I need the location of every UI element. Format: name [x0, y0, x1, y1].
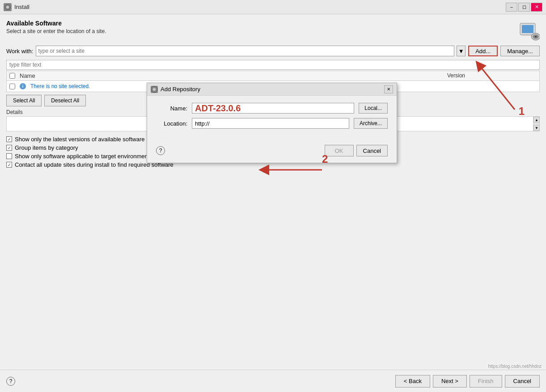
dialog-name-input[interactable] [192, 103, 354, 114]
dialog-cancel-button[interactable]: Cancel [356, 145, 388, 156]
dialog-location-label: Location: [156, 120, 187, 127]
header-section: Available Software Select a site or ente… [6, 20, 540, 41]
option-contact-update-sites-checkbox[interactable] [6, 162, 12, 168]
scroll-down-button[interactable]: ▼ [533, 125, 540, 131]
watermark: https://blog.csdn.net/hhdnz [488, 364, 542, 369]
dialog-local-button[interactable]: Local... [359, 103, 388, 114]
col-name-label: Name [20, 72, 35, 79]
info-icon: i [20, 83, 26, 89]
app-icon [4, 3, 12, 11]
finish-button[interactable]: Finish [470, 375, 502, 388]
add-button[interactable]: Add... [468, 46, 498, 56]
combo-arrow-button[interactable]: ▼ [457, 46, 466, 56]
dialog-archive-button[interactable]: Archive... [354, 118, 388, 129]
work-with-row: Work with: ▼ Add... Manage... [6, 46, 540, 56]
dialog-body: Name: Local... Location: Archive... [147, 96, 397, 140]
dialog-name-field: Name: Local... [156, 103, 388, 114]
table-header: Name Version [7, 71, 539, 81]
dialog-title-left: Add Repository [151, 86, 200, 93]
dialog-location-input[interactable] [192, 118, 349, 129]
help-icon[interactable]: ? [6, 377, 15, 386]
header-checkbox[interactable] [9, 73, 15, 79]
next-button[interactable]: Next > [433, 375, 467, 388]
dialog-help-button[interactable]: ? [156, 146, 165, 155]
filter-input[interactable] [6, 60, 540, 70]
dialog-title-text: Add Repository [161, 86, 200, 93]
col-version-label: Version [447, 72, 537, 79]
restore-button[interactable]: ◻ [518, 3, 530, 12]
minimize-button[interactable]: − [506, 3, 517, 12]
option-target-environment-label: Show only software applicable to target … [15, 153, 149, 160]
window-title: Install [14, 4, 30, 10]
dialog-location-field: Location: Archive... [156, 118, 388, 129]
deselect-all-button[interactable]: Deselect All [44, 95, 86, 106]
svg-point-7 [535, 36, 537, 38]
dialog-footer-right: OK Cancel [325, 145, 388, 156]
details-scrollbar[interactable]: ▲ ▼ [533, 117, 539, 131]
select-all-button[interactable]: Select All [6, 95, 42, 106]
option-latest-versions-label: Show only the latest versions of availab… [15, 136, 145, 143]
close-button[interactable]: ✕ [531, 3, 542, 12]
row-checkbox[interactable] [9, 84, 15, 89]
dialog-name-label: Name: [156, 105, 187, 112]
page-subtitle: Select a site or enter the location of a… [6, 28, 106, 34]
header-text: Available Software Select a site or ente… [6, 20, 106, 34]
filter-row [6, 60, 540, 70]
option-group-by-category-checkbox[interactable] [6, 145, 12, 151]
dialog-footer: ? OK Cancel [147, 140, 397, 163]
bottom-cancel-button[interactable]: Cancel [505, 375, 540, 388]
add-repository-dialog: Add Repository ✕ Name: Local... Location… [147, 83, 397, 163]
dialog-icon [151, 86, 158, 93]
dialog-title-bar: Add Repository ✕ [147, 83, 397, 96]
svg-point-1 [6, 6, 9, 8]
option-latest-versions-checkbox[interactable] [6, 136, 12, 142]
dialog-ok-button[interactable]: OK [325, 145, 354, 156]
svg-rect-3 [522, 25, 533, 33]
main-content: Available Software Select a site or ente… [0, 14, 546, 370]
header-icon [518, 20, 540, 41]
no-site-message: There is no site selected. [30, 83, 90, 89]
svg-point-9 [153, 88, 156, 91]
bottom-bar: ? < Back Next > Finish Cancel [0, 370, 546, 392]
title-bar: Install − ◻ ✕ [0, 0, 546, 14]
manage-button[interactable]: Manage... [500, 46, 540, 56]
work-with-label: Work with: [6, 48, 33, 55]
dialog-close-button[interactable]: ✕ [384, 85, 393, 93]
option-group-by-category-label: Group items by category [15, 144, 78, 151]
back-button[interactable]: < Back [395, 375, 430, 388]
scroll-up-button[interactable]: ▲ [533, 117, 540, 123]
option-target-environment-checkbox[interactable] [6, 153, 12, 159]
work-with-input[interactable] [36, 46, 454, 56]
page-title: Available Software [6, 20, 106, 27]
bottom-right: < Back Next > Finish Cancel [395, 375, 540, 388]
